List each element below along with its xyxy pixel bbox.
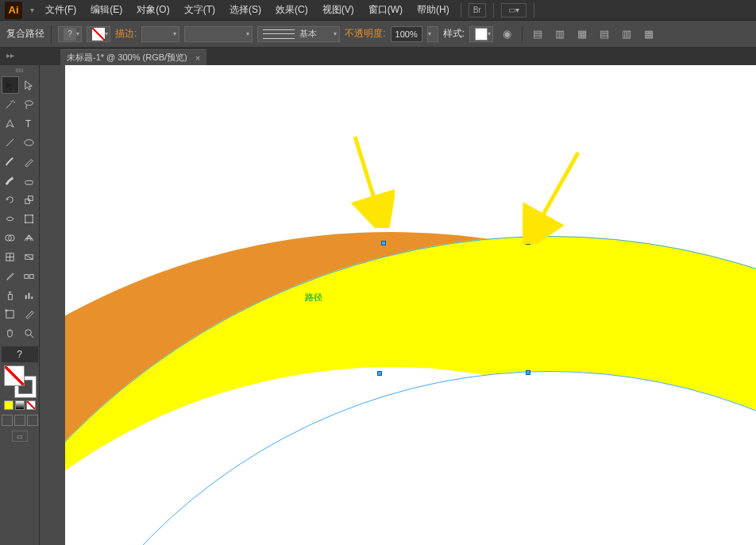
pen-tool[interactable] xyxy=(2,114,19,132)
svg-line-31 xyxy=(532,153,578,234)
workspace-switcher-icon[interactable]: ▾ xyxy=(30,6,34,14)
menu-file[interactable]: 文件(F) xyxy=(39,1,83,19)
mesh-tool[interactable] xyxy=(2,248,19,265)
fill-swatch[interactable]: ?▾ xyxy=(58,26,82,42)
opacity-dropdown[interactable]: ▾ xyxy=(427,26,438,42)
svg-line-18 xyxy=(25,254,33,259)
opacity-label[interactable]: 不透明度: xyxy=(345,27,385,41)
fill-color-icon[interactable] xyxy=(4,365,25,386)
shape-builder-tool[interactable] xyxy=(2,229,19,246)
expand-panels-icon[interactable]: ▸▸ xyxy=(6,51,14,60)
stroke-swatch[interactable]: ▾ xyxy=(87,26,110,42)
collapsed-panel-strip[interactable] xyxy=(40,65,65,545)
stroke-weight-dropdown[interactable]: ▾ xyxy=(141,26,179,42)
artboard-tool[interactable] xyxy=(2,305,19,323)
blob-brush-tool[interactable] xyxy=(2,172,19,189)
menu-help[interactable]: 帮助(H) xyxy=(411,1,456,19)
toolbox-hint[interactable]: ? xyxy=(2,346,38,362)
variable-width-profile-dropdown[interactable]: ▾ xyxy=(184,26,253,42)
menu-window[interactable]: 窗口(W) xyxy=(362,1,409,19)
type-tool[interactable]: T xyxy=(21,114,38,132)
menu-edit[interactable]: 编辑(E) xyxy=(84,1,129,19)
separator xyxy=(534,3,534,17)
svg-rect-23 xyxy=(29,292,30,299)
svg-text:T: T xyxy=(25,118,32,129)
slice-tool[interactable] xyxy=(21,305,38,323)
menu-view[interactable]: 视图(V) xyxy=(316,1,361,19)
rotate-tool[interactable] xyxy=(2,191,19,208)
graphic-style-swatch[interactable]: ▾ xyxy=(469,26,493,42)
fill-stroke-control[interactable] xyxy=(4,365,36,397)
svg-line-29 xyxy=(30,334,33,338)
annotation-arrow-left xyxy=(347,133,395,228)
zoom-tool[interactable] xyxy=(21,324,38,342)
scale-tool[interactable] xyxy=(21,191,38,208)
color-mode-solid-icon[interactable] xyxy=(4,400,14,410)
menu-select[interactable]: 选择(S) xyxy=(223,1,268,19)
svg-rect-21 xyxy=(9,294,13,300)
document-tab-bar: 未标题-1* @ 300% (RGB/预览) × xyxy=(0,48,756,65)
width-tool[interactable] xyxy=(2,210,19,227)
screen-mode-button[interactable]: ▭ xyxy=(12,431,28,442)
color-mode-none-icon[interactable] xyxy=(26,400,36,410)
svg-line-2 xyxy=(6,138,14,145)
style-label: 样式: xyxy=(443,27,465,41)
draw-normal-icon[interactable] xyxy=(2,415,13,426)
svg-line-30 xyxy=(355,137,380,218)
separator xyxy=(522,25,523,43)
align-right-icon[interactable]: ▦ xyxy=(573,26,591,42)
fill-unknown-icon: ? xyxy=(64,28,76,41)
free-transform-tool[interactable] xyxy=(21,210,38,227)
lasso-tool[interactable] xyxy=(21,95,38,113)
opacity-input[interactable] xyxy=(391,26,422,42)
main-area: T xyxy=(0,65,756,545)
document-tab[interactable]: 未标题-1* @ 300% (RGB/预览) × xyxy=(60,49,206,65)
anchor-point[interactable] xyxy=(526,370,530,375)
align-center-v-icon[interactable]: ▥ xyxy=(618,26,635,42)
brush-preview-icon xyxy=(263,29,295,39)
ellipse-tool[interactable] xyxy=(21,133,38,151)
align-bottom-icon[interactable]: ▦ xyxy=(640,26,658,42)
svg-rect-4 xyxy=(25,180,33,184)
line-segment-tool[interactable] xyxy=(2,133,19,151)
document-tab-title: 未标题-1* @ 300% (RGB/预览) xyxy=(67,52,187,64)
artboard[interactable]: 路径 xyxy=(65,65,756,545)
svg-rect-24 xyxy=(31,296,33,299)
arrange-documents-button[interactable]: ▭▾ xyxy=(501,3,526,17)
blend-tool[interactable] xyxy=(21,267,38,284)
draw-inside-icon[interactable] xyxy=(27,415,38,426)
direct-selection-tool[interactable] xyxy=(21,76,38,94)
draw-behind-icon[interactable] xyxy=(14,415,25,426)
column-graph-tool[interactable] xyxy=(21,286,38,303)
perspective-grid-tool[interactable] xyxy=(21,229,38,246)
hand-tool[interactable] xyxy=(2,324,19,342)
separator xyxy=(493,3,494,17)
anchor-point[interactable] xyxy=(377,371,382,376)
paintbrush-tool[interactable] xyxy=(2,153,19,170)
pencil-tool[interactable] xyxy=(21,153,38,170)
align-left-icon[interactable]: ▤ xyxy=(529,26,546,42)
separator xyxy=(461,3,461,17)
menu-object[interactable]: 对象(O) xyxy=(130,1,176,19)
eraser-tool[interactable] xyxy=(21,172,38,189)
magic-wand-tool[interactable] xyxy=(2,95,19,113)
stroke-label[interactable]: 描边: xyxy=(115,27,137,41)
canvas-viewport[interactable]: 路径 xyxy=(65,65,756,545)
gradient-tool[interactable] xyxy=(21,248,38,265)
svg-rect-5 xyxy=(25,199,30,203)
brush-definition-dropdown[interactable]: 基本 ▾ xyxy=(257,26,340,42)
color-mode-gradient-icon[interactable] xyxy=(15,400,25,410)
recolor-artwork-icon[interactable]: ◉ xyxy=(498,26,515,42)
close-tab-icon[interactable]: × xyxy=(195,53,200,63)
toolbox-panel: T xyxy=(0,65,40,545)
menu-effect[interactable]: 效果(C) xyxy=(269,1,314,19)
align-top-icon[interactable]: ▤ xyxy=(596,26,613,42)
selection-tool[interactable] xyxy=(2,76,19,94)
bridge-button[interactable]: Br xyxy=(469,3,486,17)
symbol-sprayer-tool[interactable] xyxy=(2,286,19,303)
anchor-point[interactable] xyxy=(381,241,386,245)
panel-grip-icon[interactable] xyxy=(4,68,36,73)
align-center-h-icon[interactable]: ▥ xyxy=(551,26,569,42)
eyedropper-tool[interactable] xyxy=(2,267,19,284)
menu-type[interactable]: 文字(T) xyxy=(178,1,222,19)
